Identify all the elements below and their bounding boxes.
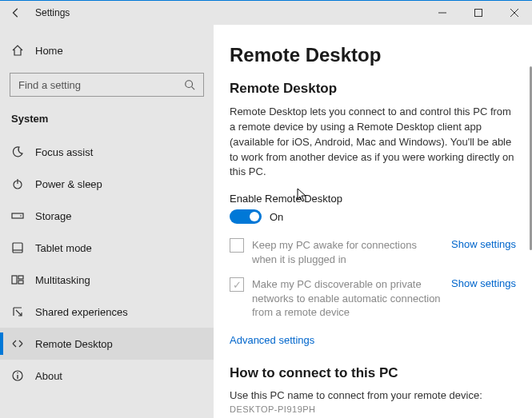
content-pane: Remote Desktop Remote Desktop Remote Des… <box>214 25 532 418</box>
keep-awake-checkbox[interactable] <box>230 238 244 253</box>
nav-item-storage[interactable]: Storage <box>0 200 214 232</box>
search-box[interactable] <box>10 73 204 97</box>
nav-list: Focus assist Power & sleep Storage <box>0 136 214 392</box>
svg-point-7 <box>20 215 22 217</box>
enable-remote-desktop-toggle[interactable] <box>230 209 262 224</box>
section-title: Remote Desktop <box>230 81 516 97</box>
nav-item-tablet-mode[interactable]: Tablet mode <box>0 232 214 264</box>
power-icon <box>11 177 24 190</box>
show-settings-link[interactable]: Show settings <box>451 277 516 289</box>
nav-item-remote-desktop[interactable]: Remote Desktop <box>0 328 214 360</box>
svg-rect-11 <box>18 276 23 279</box>
nav-item-power-sleep[interactable]: Power & sleep <box>0 168 214 200</box>
nav-item-label: Power & sleep <box>35 178 102 190</box>
page-title: Remote Desktop <box>230 44 516 66</box>
nav-item-shared-experiences[interactable]: Shared experiences <box>0 296 214 328</box>
option-text: Keep my PC awake for connections when it… <box>252 238 443 266</box>
info-icon <box>11 369 24 382</box>
toggle-row: On <box>230 209 516 224</box>
nav-item-about[interactable]: About <box>0 360 214 392</box>
discoverable-checkbox[interactable]: ✓ <box>230 277 244 292</box>
drive-icon <box>11 209 24 222</box>
connect-title: How to connect to this PC <box>230 365 516 381</box>
nav-item-label: Remote Desktop <box>35 338 113 350</box>
multitask-icon <box>11 273 24 286</box>
nav-item-label: Tablet mode <box>35 242 92 254</box>
nav-item-label: Focus assist <box>35 146 93 158</box>
nav-item-focus-assist[interactable]: Focus assist <box>0 136 214 168</box>
svg-rect-12 <box>18 281 23 284</box>
nav-item-label: Storage <box>35 210 72 222</box>
option-keep-awake: Keep my PC awake for connections when it… <box>230 238 516 266</box>
toggle-label: Enable Remote Desktop <box>230 193 516 205</box>
nav-item-multitasking[interactable]: Multitasking <box>0 264 214 296</box>
section-description: Remote Desktop lets you connect to and c… <box>230 105 516 180</box>
close-button[interactable] <box>496 1 532 25</box>
settings-window: Settings Home System <box>0 0 532 418</box>
nav-home-label: Home <box>35 45 63 57</box>
maximize-button[interactable] <box>460 1 496 25</box>
svg-point-15 <box>17 372 18 374</box>
minimize-button[interactable] <box>424 1 460 25</box>
share-icon <box>11 305 24 318</box>
window-title: Settings <box>35 7 70 18</box>
back-button[interactable] <box>0 1 32 25</box>
advanced-settings-link[interactable]: Advanced settings <box>230 334 314 346</box>
remote-icon <box>11 337 24 350</box>
search-icon <box>184 79 197 90</box>
search-input[interactable] <box>17 78 184 92</box>
toggle-state: On <box>270 211 283 223</box>
svg-rect-8 <box>13 243 22 253</box>
nav-item-label: Shared experiences <box>35 306 128 318</box>
connect-text: Use this PC name to connect from your re… <box>230 389 516 401</box>
tablet-icon <box>11 241 24 254</box>
nav-item-label: Multitasking <box>35 274 90 286</box>
group-header: System <box>0 102 214 131</box>
body: Home System Focus assist <box>0 25 532 418</box>
svg-point-2 <box>186 81 193 88</box>
svg-line-3 <box>192 87 195 90</box>
svg-rect-6 <box>12 213 23 218</box>
pc-name-value: DESKTOP-PI919PH <box>230 404 516 414</box>
option-discoverable: ✓ Make my PC discoverable on private net… <box>230 277 516 320</box>
titlebar: Settings <box>0 1 532 25</box>
nav-item-label: About <box>35 370 62 382</box>
option-text: Make my PC discoverable on private netwo… <box>252 277 443 320</box>
svg-rect-10 <box>12 276 17 284</box>
show-settings-link[interactable]: Show settings <box>451 238 516 250</box>
nav-home[interactable]: Home <box>0 36 214 65</box>
moon-icon <box>11 145 24 158</box>
home-icon <box>11 44 24 57</box>
sidebar: Home System Focus assist <box>0 25 214 418</box>
svg-rect-1 <box>474 10 482 17</box>
